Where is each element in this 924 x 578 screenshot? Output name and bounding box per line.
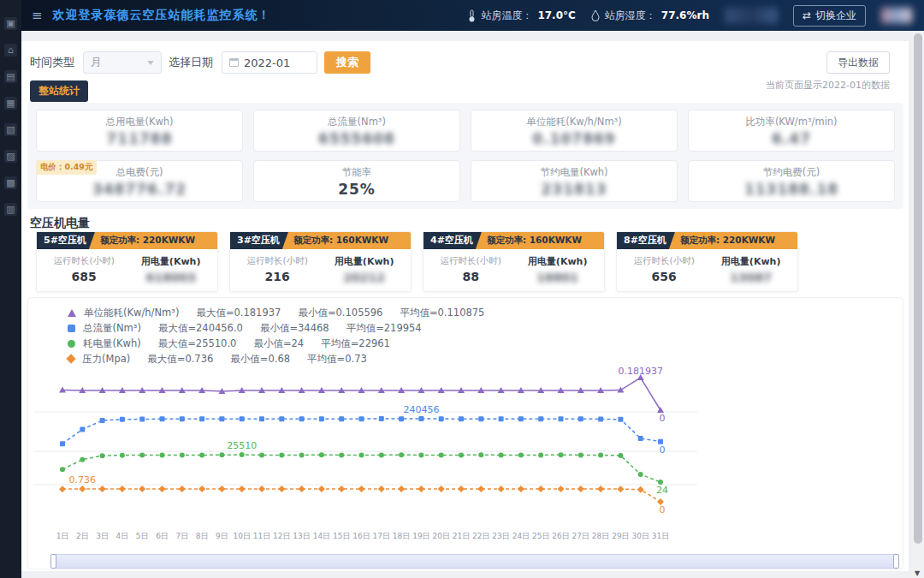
datazoom-right-handle[interactable] (893, 554, 899, 569)
svg-text:5日: 5日 (136, 532, 149, 540)
stat-title: 节约电量(Kwh) (471, 166, 677, 179)
svg-text:17日: 17日 (373, 532, 390, 540)
stat-value-redacted: 0.107869 (471, 130, 677, 147)
svg-text:7日: 7日 (175, 532, 188, 540)
svg-text:31日: 31日 (652, 532, 669, 540)
search-button[interactable]: 搜索 (324, 51, 370, 74)
compressor-card-header: 5#空压机 额定功率: 220KWKW (37, 232, 217, 249)
legend-power-consumed[interactable]: 耗电量(Kwh) 最大值=25510.0 最小值=24 平均值=22961 (68, 336, 484, 351)
main-content: 时间类型 月 选择日期 2022-01 搜索 导出数据 当前页面显示2022-0… (21, 41, 909, 571)
compressor-section-title: 空压机电量 (30, 216, 90, 231)
svg-text:24: 24 (656, 485, 668, 496)
run-hours-value: 216 (247, 270, 308, 283)
compressor-cards-row: 5#空压机 额定功率: 220KWKW 运行时长(小时) 685 用电量(Kwh… (36, 231, 798, 292)
filter-row: 时间类型 月 选择日期 2022-01 搜索 (30, 51, 370, 74)
sidebar-report-icon[interactable]: ▤ (4, 70, 17, 83)
datazoom-left-handle[interactable] (50, 554, 56, 569)
menu-toggle-icon[interactable]: ≡ (32, 8, 43, 23)
legend-min: 最小值=0.68 (230, 353, 290, 366)
svg-text:25日: 25日 (532, 532, 549, 540)
legend-max: 最大值=0.181937 (196, 307, 281, 319)
compressor-card-4: 4#空压机 额定功率: 160KWKW 运行时长(小时) 88 用电量(Kwh)… (423, 231, 605, 292)
station-stats-tab[interactable]: 整站统计 (30, 80, 88, 102)
legend-avg: 平均值=22961 (321, 337, 390, 350)
svg-text:10日: 10日 (233, 532, 250, 540)
date-input[interactable]: 2022-01 (222, 51, 317, 74)
rated-power-label: 额定功率: 220KWKW (100, 235, 195, 247)
stat-card-specific-power: 比功率(KW/m³/min) 6.47 (688, 110, 895, 152)
stat-value-redacted: 231813 (471, 181, 677, 198)
legend-max: 最大值=25510.0 (158, 337, 237, 350)
svg-text:18日: 18日 (393, 532, 410, 540)
run-hours-value: 88 (441, 270, 501, 283)
sidebar-settings-icon[interactable]: ▩ (4, 176, 17, 189)
stat-card-unit-energy: 单位能耗(Kw/h/Nm³) 0.107869 (471, 110, 678, 152)
circle-marker-icon (68, 340, 75, 348)
time-type-value: 月 (91, 55, 102, 70)
svg-text:240456: 240456 (403, 404, 439, 415)
rated-power-label: 额定功率: 220KWKW (680, 235, 775, 247)
station-humidity: 站房湿度： 77.6%rh (591, 9, 709, 23)
stat-value: 25% (254, 181, 459, 198)
run-hours-value: 656 (634, 270, 695, 283)
vertical-scrollbar: ▼ (912, 31, 924, 578)
legend-label: 压力(Mpa) (82, 353, 130, 366)
page-data-note: 当前页面显示2022-01的数据 (766, 79, 890, 92)
sidebar-home-icon[interactable]: ⌂ (4, 44, 17, 57)
switch-company-label: 切换企业 (815, 9, 856, 23)
stat-card-total-flow: 总流量(Nm³) 6555608 (253, 110, 460, 152)
power-used-value-redacted: 13087 (721, 271, 781, 284)
svg-text:14日: 14日 (313, 532, 330, 540)
sidebar-alarm-icon[interactable]: ▨ (4, 150, 17, 163)
svg-text:22日: 22日 (472, 532, 489, 540)
svg-text:0.736: 0.736 (69, 474, 97, 486)
svg-text:26日: 26日 (552, 532, 569, 540)
stats-panel: 总用电量(Kwh) 711788 总流量(Nm³) 6555608 单位能耗(K… (27, 103, 903, 209)
user-name-redacted (881, 8, 912, 23)
legend-min: 最小值=0.105596 (298, 307, 382, 319)
run-hours-label: 运行时长(小时) (441, 255, 501, 267)
svg-text:1日: 1日 (56, 532, 69, 540)
power-used-label: 用电量(Kwh) (335, 255, 394, 268)
run-hours-label: 运行时长(小时) (634, 255, 695, 267)
compressor-card-3: 3#空压机 额定功率: 160KWKW 运行时长(小时) 216 用电量(Kwh… (229, 231, 412, 292)
svg-text:28日: 28日 (592, 532, 609, 540)
compressor-name-tag: 4#空压机 (424, 232, 482, 249)
svg-text:29日: 29日 (612, 532, 629, 540)
stat-title: 总用电量(Kwh) (37, 116, 242, 128)
legend-max: 最大值=0.736 (147, 353, 213, 366)
chart-panel: 单位能耗(Kw/h/Nm³) 最大值=0.181937 最小值=0.105596… (27, 297, 903, 569)
sidebar-energy-icon[interactable]: ▦ (4, 97, 17, 110)
svg-text:0.181937: 0.181937 (618, 366, 663, 377)
switch-company-button[interactable]: ⇄ 切换企业 (793, 5, 866, 27)
stat-value-redacted: 6.47 (689, 130, 894, 147)
top-header: ≡ 欢迎登录葆德云空压站能耗监控系统！ 站房温度： 17.0°C 站房湿度： 7… (21, 0, 924, 31)
svg-text:11日: 11日 (253, 532, 270, 540)
svg-text:3日: 3日 (96, 532, 109, 540)
power-used-label: 用电量(Kwh) (528, 255, 588, 268)
stat-card-saving-rate: 节能率 25% (253, 160, 460, 202)
line-chart[interactable]: 0.1819370240456025510240.73601日2日3日4日5日6… (28, 371, 904, 546)
datazoom-slider[interactable] (52, 554, 897, 569)
run-hours-label: 运行时长(小时) (54, 255, 115, 267)
station-temp-value: 17.0°C (537, 9, 575, 21)
stat-title: 单位能耗(Kw/h/Nm³) (471, 116, 677, 128)
sidebar-user-icon[interactable]: ▥ (4, 203, 17, 216)
compressor-card-header: 3#空压机 额定功率: 160KWKW (230, 232, 411, 249)
sidebar-monitor-icon[interactable]: ▣ (4, 17, 17, 30)
compressor-card-5: 5#空压机 额定功率: 220KWKW 运行时长(小时) 685 用电量(Kwh… (36, 231, 218, 292)
legend-total-flow[interactable]: 总流量(Nm³) 最大值=240456.0 最小值=34468 平均值=2199… (68, 320, 484, 336)
svg-text:0: 0 (660, 444, 666, 456)
svg-text:19日: 19日 (412, 532, 429, 540)
legend-pressure[interactable]: 压力(Mpa) 最大值=0.736 最小值=0.68 平均值=0.73 (68, 351, 484, 366)
svg-text:13日: 13日 (293, 532, 310, 540)
svg-text:23日: 23日 (492, 532, 509, 540)
legend-unit-energy[interactable]: 单位能耗(Kw/h/Nm³) 最大值=0.181937 最小值=0.105596… (68, 305, 484, 320)
sidebar-device-icon[interactable]: ▧ (4, 123, 17, 136)
scrollbar-thumb[interactable] (914, 33, 922, 544)
station-humidity-value: 77.6%rh (661, 9, 709, 21)
scrollbar-down-arrow[interactable]: ▼ (915, 569, 920, 577)
stat-card-saved-cost: 节约电费(元) 113188.18 (688, 160, 895, 202)
time-type-select[interactable]: 月 (83, 51, 162, 74)
export-data-button[interactable]: 导出数据 (826, 51, 890, 74)
